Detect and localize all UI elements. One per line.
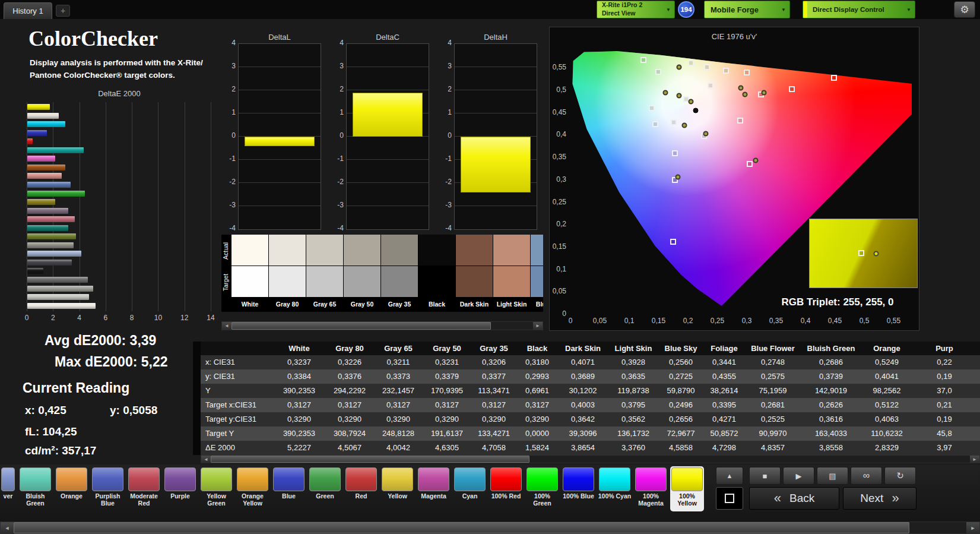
scrollbar-track[interactable] — [211, 456, 970, 463]
patch-orange-yellow[interactable]: Orange Yellow — [236, 466, 269, 511]
patch-moderate-red[interactable]: Moderate Red — [127, 466, 161, 511]
patch-purple[interactable]: Purple — [163, 466, 197, 511]
color-chip — [635, 467, 667, 491]
refresh-button[interactable]: ↻ — [884, 467, 916, 485]
delta-y-label: 4 — [331, 39, 344, 47]
table-scrollbar[interactable]: ◄ ► — [201, 455, 980, 463]
scroll-right-icon[interactable]: ► — [970, 456, 979, 463]
column-header: Gray 65 — [374, 342, 423, 355]
table-cell: 0,2575 — [746, 369, 800, 384]
cie-zoom-box — [809, 219, 918, 288]
cie-target-point — [704, 64, 710, 70]
delta-y-label: 4 — [439, 39, 452, 47]
cie-title: CIE 1976 u'v' — [550, 32, 919, 41]
cie-y-label: 0,05 — [550, 287, 566, 295]
cie-target-point — [831, 75, 837, 81]
cie-x-label: 0,25 — [711, 317, 724, 325]
scroll-left-icon[interactable]: ◄ — [222, 322, 231, 330]
swatch-target — [381, 266, 418, 297]
cie-measured-point — [677, 65, 682, 70]
cie-x-label: 0,4 — [801, 317, 811, 325]
delta-y-label: -1 — [331, 154, 344, 163]
patch-partial[interactable]: ver — [0, 466, 16, 511]
patch-blue[interactable]: Blue — [272, 466, 306, 511]
delta-y-label: -3 — [439, 201, 452, 209]
patch-yellow[interactable]: Yellow — [380, 466, 414, 511]
cie-current-point — [693, 108, 699, 113]
table-cell: 0,2626 — [800, 398, 862, 412]
table-cell: 4,6305 — [423, 441, 471, 455]
table-cell: 0,3127 — [325, 398, 374, 412]
row-label: Y — [201, 384, 273, 398]
next-label: Next — [860, 492, 883, 505]
patch-orange[interactable]: Orange — [55, 466, 88, 511]
table-cell: 0,2496 — [659, 398, 703, 412]
delta-gridline — [239, 113, 321, 113]
patch-label: Blue — [272, 492, 306, 500]
table-cell: 72,9677 — [659, 426, 703, 441]
pattern-window-button[interactable] — [716, 487, 743, 510]
save-button[interactable]: ▤ — [817, 467, 848, 485]
row-label: x: CIE31 — [201, 355, 273, 369]
color-chip — [56, 467, 87, 491]
scroll-up-button[interactable]: ▲ — [716, 467, 743, 485]
link-button[interactable]: ∞ — [851, 467, 882, 485]
table-row: Target x:CIE310,31270,31270,31270,31270,… — [201, 398, 980, 412]
patch-100-blue[interactable]: 100% Blue — [562, 466, 595, 511]
cie-y-label: 0,55 — [550, 63, 566, 71]
scroll-right-icon[interactable]: ► — [966, 522, 979, 533]
patch-100-green[interactable]: 100% Green — [525, 466, 559, 511]
swatch-row-labels: ActualTarget — [221, 235, 231, 312]
patch-100-cyan[interactable]: 100% Cyan — [598, 466, 632, 511]
scroll-left-icon[interactable]: ◄ — [1, 522, 14, 533]
patch-bluish-green[interactable]: Bluish Green — [18, 466, 52, 511]
play-button[interactable]: ▶ — [783, 467, 814, 485]
swatch-label: Gray 65 — [306, 297, 343, 311]
table-cell: 0,3384 — [273, 369, 325, 384]
patch-magenta[interactable]: Magenta — [417, 466, 451, 511]
table-cell: 0,2656 — [659, 412, 703, 426]
bottom-scrollbar[interactable]: ◄ ► — [0, 522, 980, 534]
stop-button[interactable]: ■ — [749, 467, 781, 485]
delta-gridline — [239, 159, 321, 160]
patch-cyan[interactable]: Cyan — [453, 466, 487, 511]
cie-y-label: 0,3 — [550, 175, 566, 184]
cie-measured-point — [682, 123, 687, 128]
patch-purplish-blue[interactable]: Purplish Blue — [91, 466, 125, 511]
swatch-gray-50: Gray 50 — [344, 235, 380, 312]
patch-100-red[interactable]: 100% Red — [489, 466, 523, 511]
patch-100-magenta[interactable]: 100% Magenta — [634, 466, 668, 511]
table-cell: 0,21 — [912, 398, 977, 412]
scrollbar-thumb[interactable] — [14, 522, 909, 533]
swatch-scrollbar[interactable]: ◄ ► — [221, 321, 543, 330]
scrollbar-thumb[interactable] — [211, 456, 529, 463]
scrollbar-thumb[interactable] — [231, 322, 491, 330]
scrollbar-track[interactable] — [231, 322, 533, 330]
swatch-gray-80: Gray 80 — [269, 235, 306, 312]
cie-measured-point — [738, 86, 744, 91]
swatch-label: Light Skin — [493, 297, 530, 311]
scroll-right-icon[interactable]: ► — [533, 322, 543, 330]
patch-yellow-green[interactable]: Yellow Green — [199, 466, 233, 511]
table-cell: 0,3928 — [608, 355, 659, 369]
next-button[interactable]: Next » — [843, 487, 916, 510]
table-cell: 38,2614 — [703, 384, 746, 398]
cie-target-point — [737, 118, 743, 124]
patch-green[interactable]: Green — [308, 466, 342, 511]
swatch-light-skin: Light Skin — [493, 235, 530, 312]
scrollbar-track[interactable] — [14, 522, 966, 533]
scroll-left-icon[interactable]: ◄ — [201, 456, 211, 463]
table-cell: 308,7924 — [325, 426, 374, 441]
color-chip — [164, 467, 196, 491]
column-header: Foliage — [703, 342, 746, 355]
back-label: Back — [789, 492, 814, 505]
patch-100-yellow[interactable]: 100% Yellow — [670, 466, 704, 511]
swatch-target — [344, 266, 380, 297]
chevron-left-icon: « — [774, 491, 781, 506]
back-button[interactable]: « Back — [749, 487, 839, 510]
patch-red[interactable]: Red — [344, 466, 378, 511]
color-chip — [309, 467, 341, 491]
table-cell: 0,3206 — [471, 355, 516, 369]
table-cell: 3,97 — [912, 441, 977, 455]
table-cell: 0,3373 — [374, 369, 423, 384]
